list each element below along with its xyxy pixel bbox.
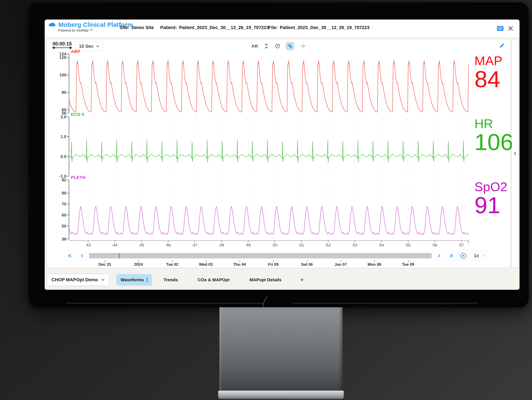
y-tick-mark	[67, 136, 69, 137]
kebab-menu-icon[interactable]	[146, 277, 148, 282]
date-tick	[307, 260, 307, 262]
date-label: 2024	[134, 262, 143, 267]
skip-to-end-button[interactable]	[446, 251, 456, 261]
plot-abp[interactable]: ABP	[69, 54, 469, 113]
time-axis-end-tick	[468, 240, 469, 243]
time-tick	[355, 240, 355, 242]
time-tick	[435, 240, 435, 242]
step-back-button[interactable]	[77, 251, 87, 261]
timeline-scrollbar[interactable]	[89, 253, 432, 258]
date-tick	[206, 260, 206, 262]
time-axis: :43:44:45:46:47:48:49:50:51:52:53:54:55:…	[69, 240, 469, 250]
site-info: Site:Demo Site	[120, 25, 154, 30]
channel-label: PLETH	[71, 175, 85, 180]
playback-speed-value: 1x	[470, 253, 482, 258]
plot-pleth[interactable]: PLETH	[69, 180, 469, 239]
y-tick-mark	[67, 117, 69, 117]
plot-ecg-ii[interactable]: ECG II	[69, 117, 469, 176]
y-tick-mark	[67, 204, 69, 204]
y-tick-label: 0.0	[60, 154, 66, 159]
app-content: 00:00:15 15 Sec AR	[45, 37, 519, 290]
interval-select-value: 15 Sec	[79, 43, 94, 49]
edit-pencil-icon[interactable]	[499, 43, 505, 49]
tab-bar: CHOP MAPOpt Demo WaveformsTrendsCOx & MA…	[47, 270, 508, 290]
y-tick-mark	[67, 226, 69, 226]
app-header: Moberg Clinical Platform Powered by Info…	[45, 19, 519, 37]
close-icon[interactable]	[507, 25, 514, 32]
time-tick-label: :44	[112, 243, 117, 247]
date-tick	[240, 260, 240, 262]
y-tick-label: 1.0	[60, 134, 66, 139]
collapse-vertical-icon[interactable]	[264, 43, 269, 49]
clock-history-icon[interactable]	[275, 43, 280, 49]
workspace-select[interactable]: CHOP MAPOpt Demo	[47, 274, 109, 286]
file-info: File:Patient_2023_Dec_30__12_26_19_70722…	[268, 25, 369, 30]
file-value: Patient_2023_Dec_30__12_26_19_707223	[280, 25, 369, 30]
patient-value: Patient_2023_Dec_30__12_26_19_707223	[179, 25, 269, 30]
workspace-select-value: CHOP MAPOpt Demo	[51, 277, 98, 283]
keyboard-icon[interactable]	[496, 25, 504, 32]
play-button[interactable]	[458, 251, 468, 261]
date-label: Tue 02	[166, 262, 178, 267]
y-tick-mark	[67, 75, 69, 75]
timeline-cursor[interactable]	[119, 253, 120, 258]
tab-waveforms[interactable]: Waveforms	[116, 274, 152, 286]
speed-caret-icon[interactable]	[482, 255, 487, 257]
y-tick-mark	[67, 113, 69, 113]
y-tick-mark	[67, 215, 69, 215]
step-forward-button[interactable]	[434, 251, 444, 261]
date-tick	[374, 260, 375, 262]
tab-mapopt-details[interactable]: MAPopt Details	[249, 277, 281, 282]
arrow-right-icon[interactable]	[300, 44, 305, 48]
date-tick	[172, 260, 172, 262]
time-tick-label: :45	[139, 243, 144, 247]
ar-toggle[interactable]: AR	[252, 43, 258, 49]
toolbar-tools: AR	[252, 39, 305, 53]
tab-trends[interactable]: Trends	[164, 277, 178, 282]
y-tick-mark	[67, 156, 69, 157]
waveform-ecg-ii	[69, 140, 469, 162]
time-tick-label: :47	[192, 243, 197, 247]
vital-hr: HR106	[469, 117, 510, 176]
monitor-stand	[219, 307, 342, 391]
time-tick	[221, 240, 222, 242]
tab-cox-mapopt[interactable]: COx & MAPOpt	[198, 277, 230, 282]
patient-label: Patient:	[160, 25, 177, 30]
time-tick-label: :57	[458, 243, 464, 247]
y-tick-label: 2.0	[60, 115, 66, 119]
y-tick-mark	[67, 57, 69, 58]
time-tick	[141, 240, 142, 242]
y-tick-label: 60	[62, 213, 66, 217]
waveform-toolbar: 00:00:15 15 Sec AR	[47, 39, 510, 53]
y-axis-0: 124120100806056	[47, 54, 69, 113]
vital-map: MAP84	[469, 54, 510, 113]
y-tick-mark	[67, 54, 69, 54]
playback-speed-button[interactable]: 1x	[470, 251, 487, 261]
y-tick-label: 80	[62, 191, 66, 196]
y-tick-mark	[67, 176, 69, 176]
window-duration-value: 00:00:15	[52, 41, 72, 46]
skip-to-start-button[interactable]	[65, 251, 75, 261]
add-tab-button[interactable]: +	[300, 276, 304, 283]
monitor-stand-base	[218, 391, 344, 399]
chevron-down-icon	[101, 279, 105, 281]
date-tick	[341, 260, 341, 262]
y-tick-label: 70	[62, 202, 66, 206]
time-tick-label: :53	[352, 243, 357, 247]
vital-label: MAP	[475, 54, 510, 68]
date-tick	[273, 260, 274, 262]
link-sync-button[interactable]	[286, 42, 294, 50]
date-tick	[105, 260, 105, 262]
date-label: Fri 05	[268, 262, 279, 267]
time-tick	[168, 240, 168, 242]
time-tick	[195, 240, 195, 242]
y-tick-label: 92	[62, 178, 66, 182]
time-tick-label: :46	[165, 243, 171, 247]
y-tick-label: 38	[62, 237, 66, 242]
collapsed-side-panel[interactable]	[512, 39, 518, 268]
time-tick	[381, 240, 381, 242]
y-tick-mark	[67, 180, 69, 180]
site-label: Site:	[120, 25, 129, 30]
collapse-left-icon[interactable]	[513, 152, 516, 156]
tab-label: Trends	[164, 277, 178, 282]
